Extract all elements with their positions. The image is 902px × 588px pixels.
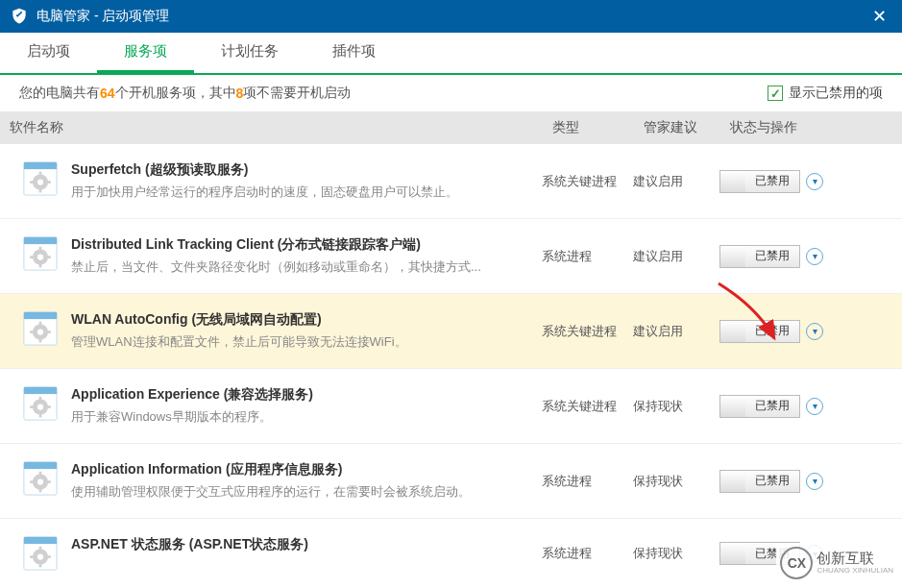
svg-rect-4: [39, 172, 42, 176]
service-gear-icon: [23, 236, 58, 271]
svg-rect-33: [24, 462, 57, 469]
service-action: 已禁用 ▾: [719, 320, 892, 343]
summary-bar: 您的电脑共有 64 个开机服务项，其中 8 项不需要开机启动 ✓ 显示已禁用的项: [0, 75, 902, 111]
tab-bar: 启动项 服务项 计划任务 插件项: [0, 33, 902, 75]
table-row: ASP.NET 状态服务 (ASP.NET状态服务) 系统进程 保持现状 已禁用…: [0, 519, 902, 588]
service-action: 已禁用 ▾: [719, 245, 892, 268]
service-title: Application Experience (兼容选择服务): [71, 386, 542, 404]
svg-rect-25: [24, 387, 57, 394]
svg-rect-21: [39, 339, 42, 343]
svg-rect-14: [30, 256, 34, 258]
svg-rect-29: [39, 414, 42, 418]
service-desc: 管理WLAN连接和配置文件，禁止后可能导致无法连接WiFi。: [71, 333, 542, 351]
svg-point-19: [37, 329, 43, 334]
service-title: Superfetch (超级预读取服务): [71, 161, 542, 179]
svg-rect-23: [47, 331, 51, 333]
svg-rect-20: [39, 322, 42, 326]
service-desc: 用于加快用户经常运行的程序启动时的速度，固态硬盘用户可以禁止。: [71, 184, 542, 201]
svg-point-27: [37, 404, 43, 409]
table-row: Application Information (应用程序信息服务) 使用辅助管…: [0, 444, 902, 519]
action-dropdown[interactable]: ▾: [806, 173, 823, 190]
action-dropdown[interactable]: ▾: [806, 398, 823, 415]
svg-rect-39: [47, 480, 51, 483]
svg-rect-45: [39, 564, 42, 568]
service-desc: 禁止后，当文件、文件夹路径变化时（例如移动或重命名），其快捷方式...: [71, 258, 542, 276]
watermark: CX 创新互联 CHUANG XINHULIAN: [776, 543, 897, 583]
toggle-switch[interactable]: 已禁用: [719, 245, 800, 268]
service-gear-icon: [23, 161, 58, 196]
toggle-switch[interactable]: 已禁用: [719, 320, 800, 343]
action-dropdown[interactable]: ▾: [806, 473, 823, 490]
service-suggest: 保持现状: [633, 398, 719, 415]
service-suggest: 建议启用: [633, 248, 719, 265]
close-button[interactable]: ✕: [866, 4, 892, 29]
service-suggest: 建议启用: [633, 173, 719, 190]
svg-point-11: [37, 254, 43, 259]
svg-rect-41: [24, 537, 57, 544]
action-dropdown[interactable]: ▾: [806, 248, 823, 265]
table-row: Distributed Link Tracking Client (分布式链接跟…: [0, 219, 902, 294]
check-icon: ✓: [768, 86, 783, 101]
svg-rect-13: [39, 264, 42, 268]
service-desc: 用于兼容Windows早期版本的程序。: [71, 408, 542, 426]
service-action: 已禁用 ▾: [719, 470, 892, 493]
svg-rect-38: [30, 480, 34, 483]
svg-rect-6: [30, 181, 34, 184]
svg-rect-44: [39, 547, 42, 551]
toggle-switch[interactable]: 已禁用: [719, 470, 800, 493]
svg-rect-36: [39, 472, 42, 476]
service-type: 系统进程: [542, 545, 633, 562]
service-type: 系统进程: [542, 248, 633, 265]
title-bar: 电脑管家 - 启动项管理 ✕: [0, 0, 902, 33]
svg-rect-9: [24, 237, 57, 244]
svg-rect-28: [39, 397, 42, 401]
svg-point-35: [37, 478, 43, 484]
col-type: 类型: [552, 119, 644, 136]
service-type: 系统关键进程: [542, 323, 633, 340]
service-gear-icon: [23, 461, 58, 496]
svg-rect-37: [39, 489, 42, 493]
service-suggest: 建议启用: [633, 323, 719, 340]
svg-rect-47: [47, 555, 51, 558]
col-name: 软件名称: [10, 119, 552, 136]
service-suggest: 保持现状: [633, 473, 719, 490]
svg-rect-1: [24, 162, 57, 169]
tab-startup[interactable]: 启动项: [0, 33, 97, 73]
toggle-switch[interactable]: 已禁用: [719, 170, 800, 193]
service-title: Application Information (应用程序信息服务): [71, 461, 542, 478]
service-title: WLAN AutoConfig (无线局域网自动配置): [71, 311, 542, 329]
table-row: Superfetch (超级预读取服务) 用于加快用户经常运行的程序启动时的速度…: [0, 144, 902, 219]
service-type: 系统进程: [542, 473, 633, 490]
service-title: Distributed Link Tracking Client (分布式链接跟…: [71, 236, 542, 254]
table-row: Application Experience (兼容选择服务) 用于兼容Wind…: [0, 369, 902, 444]
service-gear-icon: [23, 536, 58, 571]
toggle-switch[interactable]: 已禁用: [719, 395, 800, 418]
svg-rect-7: [47, 181, 51, 184]
action-dropdown[interactable]: ▾: [806, 323, 823, 340]
service-title: ASP.NET 状态服务 (ASP.NET状态服务): [71, 536, 542, 553]
svg-rect-31: [47, 405, 51, 408]
show-disabled-checkbox[interactable]: ✓ 显示已禁用的项: [768, 85, 883, 102]
svg-rect-22: [30, 331, 34, 333]
col-suggest: 管家建议: [644, 119, 730, 136]
table-header: 软件名称 类型 管家建议 状态与操作: [0, 111, 902, 144]
service-action: 已禁用 ▾: [719, 395, 892, 418]
service-type: 系统关键进程: [542, 398, 633, 415]
service-suggest: 保持现状: [633, 545, 719, 562]
tab-plugins[interactable]: 插件项: [305, 33, 402, 73]
svg-rect-30: [30, 405, 34, 408]
table-row: WLAN AutoConfig (无线局域网自动配置) 管理WLAN连接和配置文…: [0, 294, 902, 369]
service-gear-icon: [23, 386, 58, 421]
service-list: Superfetch (超级预读取服务) 用于加快用户经常运行的程序启动时的速度…: [0, 144, 902, 588]
svg-rect-46: [30, 555, 34, 558]
svg-rect-5: [39, 189, 42, 193]
service-action: 已禁用 ▾: [719, 170, 892, 193]
service-desc: 使用辅助管理权限便于交互式应用程序的运行，在需要时会被系统启动。: [71, 483, 542, 501]
svg-rect-17: [24, 312, 57, 319]
tab-services[interactable]: 服务项: [97, 33, 194, 73]
app-shield-icon: [10, 7, 29, 26]
service-type: 系统关键进程: [542, 173, 633, 190]
watermark-logo-icon: CX: [780, 547, 813, 579]
service-gear-icon: [23, 311, 58, 346]
tab-scheduled[interactable]: 计划任务: [194, 33, 305, 73]
